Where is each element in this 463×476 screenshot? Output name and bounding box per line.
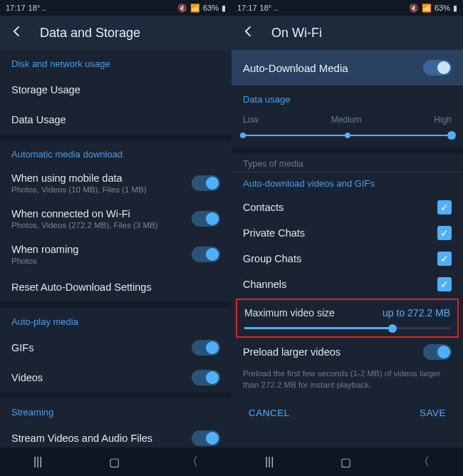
contacts-row[interactable]: Contacts ✓	[232, 195, 463, 220]
divider	[0, 302, 232, 308]
preload-row[interactable]: Preload larger videos	[232, 339, 463, 365]
data-usage-row[interactable]: Data Usage	[0, 105, 232, 135]
preload-hint: Preload the first few seconds (1-2 MB) o…	[232, 365, 463, 398]
mobile-data-sub: Photos, Videos (10 MB), Files (1 MB)	[11, 185, 147, 194]
on-wifi-screen: 17:17 18° .. 🔇 📶 63% ▮ On Wi-Fi Auto-Dow…	[232, 0, 463, 476]
mobile-data-row[interactable]: When using mobile data Photos, Videos (1…	[0, 165, 232, 201]
back-button[interactable]	[10, 24, 24, 41]
battery-icon: ▮	[222, 4, 226, 13]
statusbar: 17:17 18° .. 🔇 📶 63% ▮	[232, 0, 463, 16]
storage-usage-row[interactable]: Storage Usage	[0, 75, 232, 105]
nav-recents-button[interactable]: |||	[33, 455, 42, 468]
contacts-checkbox[interactable]: ✓	[437, 200, 452, 214]
max-video-value: up to 272.2 MB	[383, 307, 450, 319]
max-video-size-row: Maximum video size up to 272.2 MB	[237, 304, 457, 323]
gifs-row[interactable]: GIFs	[0, 333, 232, 363]
save-button[interactable]: SAVE	[420, 408, 446, 418]
gifs-toggle[interactable]	[192, 340, 220, 356]
wifi-label: When connected on Wi-Fi	[11, 208, 158, 219]
group-chats-row[interactable]: Group Chats ✓	[232, 246, 463, 271]
reset-auto-download-row[interactable]: Reset Auto-Download Settings	[0, 272, 232, 302]
auto-download-media-label: Auto-Download Media	[243, 62, 348, 74]
data-usage-slider[interactable]	[243, 135, 452, 136]
usage-slider-thumb[interactable]	[447, 131, 456, 140]
nav-back-button[interactable]: 〈	[187, 455, 198, 470]
nav-home-button[interactable]: ▢	[340, 455, 351, 469]
max-video-slider-thumb[interactable]	[388, 324, 397, 333]
data-storage-screen: 17:17 18° .. 🔇 📶 63% ▮ Data and Storage …	[0, 0, 232, 476]
mobile-data-toggle[interactable]	[192, 175, 220, 191]
videos-label: Videos	[11, 372, 43, 383]
divider	[0, 135, 232, 140]
group-chats-checkbox[interactable]: ✓	[437, 252, 452, 266]
streaming-header: Streaming	[0, 398, 232, 423]
auto-dl-videos-header: Auto-download videos and GIFs	[232, 172, 463, 195]
data-usage-label: Data Usage	[11, 114, 66, 125]
contacts-label: Contacts	[243, 202, 283, 213]
auto-download-media-row[interactable]: Auto-Download Media	[232, 50, 463, 86]
divider	[232, 148, 463, 153]
roaming-toggle[interactable]	[192, 247, 220, 262]
usage-labels: Low Medium High	[232, 110, 463, 126]
usage-medium: Medium	[331, 115, 362, 125]
cancel-button[interactable]: CANCEL	[249, 408, 290, 418]
nav-home-button[interactable]: ▢	[109, 455, 120, 469]
roaming-row[interactable]: When roaming Photos	[0, 237, 232, 272]
reset-label: Reset Auto-Download Settings	[11, 281, 152, 293]
nav-back-button[interactable]: 〈	[418, 455, 430, 470]
wifi-toggle[interactable]	[192, 211, 220, 227]
battery-icon: ▮	[453, 4, 457, 13]
nav-recents-button[interactable]: |||	[265, 455, 274, 468]
status-time: 17:17	[237, 4, 257, 12]
status-temp: 18° ..	[28, 4, 47, 12]
app-header: Data and Storage	[0, 16, 232, 50]
max-video-slider[interactable]	[244, 327, 450, 329]
max-video-size-highlight: Maximum video size up to 272.2 MB	[236, 299, 459, 338]
types-of-media-header: Types of media	[232, 153, 463, 172]
stream-label: Stream Videos and Audio Files	[11, 433, 152, 444]
roaming-sub: Photos	[11, 257, 78, 265]
roaming-label: When roaming	[11, 244, 78, 255]
dialog-actions: CANCEL SAVE	[232, 398, 463, 428]
wifi-sub: Photos, Videos (272.2 MB), Files (3 MB)	[11, 221, 158, 229]
stream-row[interactable]: Stream Videos and Audio Files	[0, 423, 232, 447]
status-battery: 63%	[435, 4, 450, 12]
mute-icon: 🔇	[177, 4, 187, 13]
stream-toggle[interactable]	[192, 430, 220, 446]
private-chats-checkbox[interactable]: ✓	[437, 226, 452, 240]
page-title: Data and Storage	[40, 26, 140, 41]
storage-usage-label: Storage Usage	[11, 84, 80, 95]
auto-download-media-toggle[interactable]	[423, 60, 452, 76]
status-time: 17:17	[6, 4, 26, 12]
private-chats-row[interactable]: Private Chats ✓	[232, 220, 463, 246]
preload-toggle[interactable]	[423, 344, 452, 360]
channels-checkbox[interactable]: ✓	[437, 277, 452, 291]
divider	[0, 393, 232, 398]
videos-row[interactable]: Videos	[0, 363, 232, 393]
usage-low: Low	[243, 115, 259, 125]
preload-label: Preload larger videos	[243, 346, 340, 358]
private-chats-label: Private Chats	[243, 227, 305, 239]
wifi-icon: 📶	[190, 4, 200, 13]
channels-label: Channels	[243, 279, 286, 290]
back-button[interactable]	[241, 24, 256, 41]
status-battery: 63%	[203, 4, 219, 12]
data-usage-header: Data usage	[232, 86, 463, 110]
group-chats-label: Group Chats	[243, 253, 301, 264]
page-title: On Wi-Fi	[271, 26, 322, 41]
disk-network-header: Disk and network usage	[0, 50, 232, 75]
channels-row[interactable]: Channels ✓	[232, 271, 463, 297]
mobile-data-label: When using mobile data	[11, 172, 147, 184]
gifs-label: GIFs	[11, 342, 33, 353]
autoplay-header: Auto-play media	[0, 308, 232, 333]
app-header: On Wi-Fi	[232, 16, 463, 50]
auto-media-header: Automatic media download	[0, 140, 232, 165]
videos-toggle[interactable]	[192, 370, 220, 386]
wifi-row[interactable]: When connected on Wi-Fi Photos, Videos (…	[0, 201, 232, 237]
usage-high: High	[434, 115, 452, 125]
status-temp: 18° ..	[260, 4, 279, 12]
mute-icon: 🔇	[409, 4, 419, 13]
navbar: ||| ▢ 〈	[232, 447, 463, 476]
max-video-label: Maximum video size	[244, 307, 335, 319]
wifi-icon: 📶	[422, 4, 432, 13]
